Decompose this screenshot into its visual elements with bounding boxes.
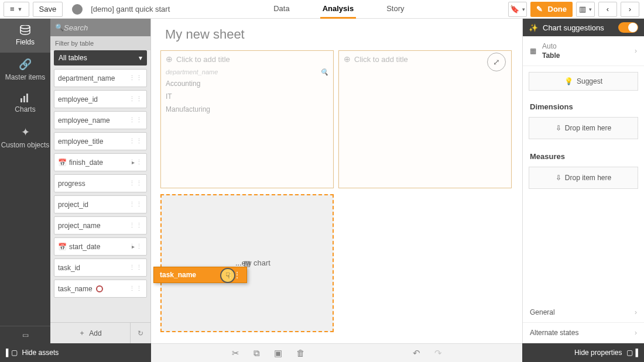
search-input[interactable] (64, 23, 163, 32)
nav-master-items[interactable]: 🔗 Master items (0, 53, 50, 87)
cut-icon[interactable]: ✂ (232, 348, 239, 358)
delete-icon[interactable]: 🗑 (296, 348, 305, 358)
redo-icon[interactable]: ↷ (434, 348, 442, 358)
table-label: Table (542, 51, 560, 60)
field-item[interactable]: employee_name⋮⋮ (54, 111, 147, 129)
suggest-button[interactable]: 💡Suggest (529, 72, 638, 91)
copy-icon[interactable]: ⧉ (254, 348, 260, 358)
refresh-icon: ↻ (138, 329, 143, 337)
tab-story[interactable]: Story (384, 0, 406, 19)
refresh-button[interactable]: ↻ (131, 329, 150, 337)
suggestions-toggle[interactable] (618, 22, 638, 33)
drag-handle-icon[interactable]: ⋮⋮ (129, 264, 143, 271)
nav-bottom-button[interactable]: ▭ (0, 326, 50, 343)
tables-select[interactable]: All tables ▾ (54, 50, 147, 65)
alt-label: Alternate states (530, 329, 578, 337)
viz-row[interactable]: Manufacturing (161, 103, 333, 116)
sheet-dropdown-button[interactable]: ▥▾ (576, 2, 595, 17)
toolbar-right: 🔖▾ ✎Done ▥▾ ‹ › (508, 2, 645, 17)
svg-rect-2 (23, 96, 25, 102)
chevron-right-icon[interactable]: ▸ (132, 243, 135, 250)
save-button[interactable]: Save (33, 2, 63, 17)
pencil-icon: ✎ (536, 5, 543, 13)
drag-handle-icon[interactable]: ⋮⋮ (129, 243, 143, 250)
drag-handle-icon[interactable]: ⋮⋮ (129, 180, 143, 187)
hide-assets-bar[interactable]: ▌▢ Hide assets (0, 343, 151, 362)
drag-handle-icon[interactable]: ⋮⋮ (129, 116, 143, 124)
drop-icon: ⇩ (556, 174, 561, 182)
viz-row[interactable]: Accounting (161, 77, 333, 90)
field-item[interactable]: employee_id⋮⋮ (54, 90, 147, 108)
chart-suggestions-header: ✨ Chart suggestions (523, 19, 644, 36)
field-item[interactable]: project_id⋮⋮ (54, 195, 147, 213)
svg-rect-3 (26, 94, 28, 102)
plus-icon: ＋ (78, 328, 85, 338)
field-label: task_id (58, 264, 80, 272)
done-button[interactable]: ✎Done (530, 2, 573, 17)
field-label: employee_id (58, 95, 98, 104)
menu-button[interactable]: ≡▼ (4, 2, 29, 17)
viz-object-1[interactable]: ⊕Click to add title department_name🔍 Acc… (160, 50, 334, 188)
undo-icon[interactable]: ↶ (413, 348, 420, 358)
bar-chart-icon (20, 94, 30, 103)
suggest-label: Suggest (577, 77, 602, 85)
app-title: [demo] gantt quick start (91, 5, 170, 13)
nav-charts[interactable]: Charts (0, 87, 50, 120)
field-item[interactable]: 📅finish_date▸⋮⋮ (54, 153, 147, 171)
general-label: General (530, 308, 555, 316)
drop-label: Drop item here (565, 174, 611, 182)
field-item[interactable]: task_id⋮⋮ (54, 258, 147, 277)
sheet-title[interactable]: My new sheet (165, 27, 245, 42)
hide-props-label: Hide properties (574, 349, 622, 357)
add-field-button[interactable]: ＋Add (50, 323, 131, 343)
puzzle-icon: ✦ (21, 126, 30, 139)
chevron-left-icon: ‹ (607, 5, 609, 13)
alternate-states-section[interactable]: Alternate states› (523, 323, 644, 343)
tab-analysis[interactable]: Analysis (320, 0, 356, 19)
nav-fields[interactable]: Fields (0, 19, 50, 53)
fields-footer: ＋Add ↻ (50, 322, 150, 343)
field-item[interactable]: progress⋮⋮ (54, 174, 147, 192)
toolbar-tabs: Data Analysis Story (170, 0, 508, 19)
recording-indicator-icon (96, 285, 103, 292)
nav-master-label: Master items (5, 73, 46, 81)
field-item[interactable]: project_name⋮⋮ (54, 216, 147, 235)
calendar-icon: 📅 (58, 243, 67, 251)
drop-zone-new-chart[interactable]: ▨ ...ew chart (160, 194, 334, 332)
panel-icon: ▢▐ (626, 349, 638, 357)
measures-drop[interactable]: ⇩Drop item here (529, 167, 638, 189)
viz-row[interactable]: IT (161, 90, 333, 103)
viz-object-2[interactable]: ⊕Click to add title (338, 50, 512, 188)
drag-handle-icon[interactable]: ⋮⋮ (129, 201, 143, 208)
field-label: task_name (58, 285, 93, 293)
prev-sheet-button[interactable]: ‹ (598, 2, 617, 17)
field-item[interactable]: employee_title⋮⋮ (54, 132, 147, 150)
next-sheet-button[interactable]: › (621, 2, 639, 17)
tab-data[interactable]: Data (271, 0, 292, 19)
dimensions-drop[interactable]: ⇩Drop item here (529, 117, 638, 139)
drag-handle-icon[interactable]: ⋮⋮ (129, 222, 143, 229)
viz-title[interactable]: ⊕Click to add title (161, 51, 333, 67)
field-item[interactable]: 📅start_date▸⋮⋮ (54, 237, 147, 256)
paste-icon[interactable]: ▣ (274, 348, 282, 358)
drag-handle-icon[interactable]: ⋮⋮ (129, 74, 143, 82)
field-item[interactable]: task_name⋮⋮ (54, 280, 147, 298)
drag-handle-icon[interactable]: ⋮⋮ (129, 285, 143, 292)
drag-handle-icon[interactable]: ⋮⋮ (129, 137, 143, 145)
nav-custom-objects[interactable]: ✦ Custom objects (0, 120, 50, 154)
drag-handle-icon[interactable]: ⋮⋮ (129, 95, 143, 103)
search-icon[interactable]: 🔍 (320, 68, 328, 76)
general-section[interactable]: General› (523, 302, 644, 323)
chevron-right-icon[interactable]: ▸ (132, 159, 135, 166)
hide-properties-bar[interactable]: Hide properties ▢▐ (522, 343, 644, 362)
chevron-right-icon: › (629, 5, 631, 13)
drag-handle-icon[interactable]: ⋮⋮ (129, 158, 143, 166)
bookmark-button[interactable]: 🔖▾ (508, 2, 527, 17)
auto-table-row[interactable]: ▦ Auto Table › (523, 36, 644, 66)
sheet-canvas[interactable]: My new sheet ⤢ ⊕Click to add title depar… (151, 19, 522, 343)
search-bar[interactable]: 🔍 (50, 19, 150, 36)
viz-column-header: department_name🔍 (161, 67, 333, 77)
field-item[interactable]: department_name⋮⋮ (54, 69, 147, 87)
viz-title[interactable]: ⊕Click to add title (339, 51, 511, 67)
field-label: project_name (58, 222, 101, 230)
